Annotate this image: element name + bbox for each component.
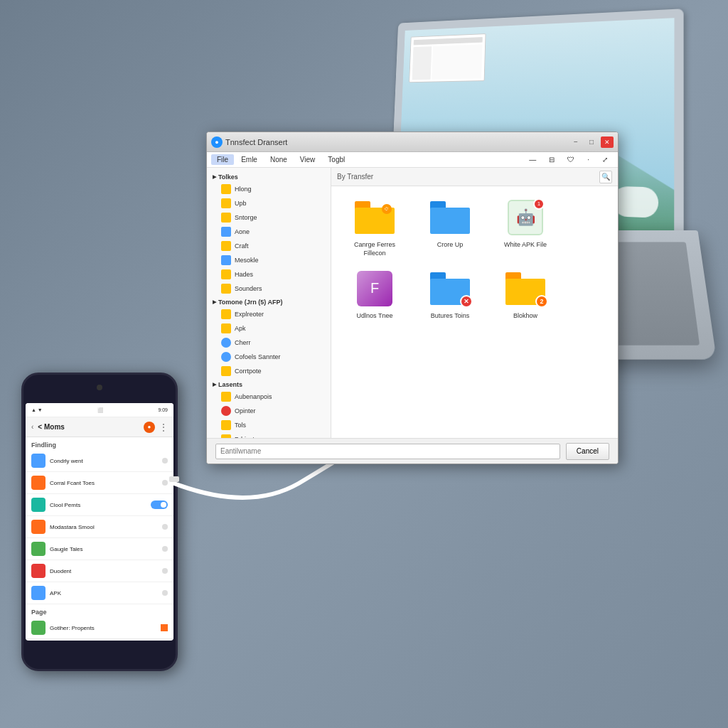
folder-icon — [221, 255, 231, 265]
dialog-maximize-button[interactable]: □ — [585, 136, 598, 148]
sidebar-item-aone[interactable]: Aone — [207, 225, 331, 239]
number-badge: 2 — [535, 295, 548, 308]
dot-icon — [221, 338, 231, 348]
sidebar-item-corrtpote[interactable]: Corrtpote — [207, 364, 331, 378]
sidebar-item-upb[interactable]: Upb — [207, 196, 331, 210]
item-toggle-dot[interactable] — [162, 458, 168, 464]
apk-icon: 🤖 — [516, 208, 535, 227]
sidebar-item-hlong[interactable]: Hlong — [207, 182, 331, 196]
item-label: Corral Fcant Toes — [50, 480, 158, 486]
item-icon-red — [31, 564, 46, 578]
item-icon-orange — [31, 476, 46, 490]
phone-menu-icon[interactable]: ⋮ — [159, 422, 168, 432]
phone-navbar[interactable]: ‹ < Moms ● ⋮ — [26, 417, 173, 437]
sidebar-item-cherr[interactable]: Cherr — [207, 336, 331, 350]
dialog-files-grid: ⏱ Canrge Ferres Fillecon Crore Up — [331, 186, 618, 438]
sidebar-section2-header: Tomone (Jrn (5) AFP) — [207, 296, 331, 307]
list-item[interactable]: Condrly went — [26, 450, 173, 472]
file-item-crore[interactable]: Crore Up — [418, 198, 482, 257]
file-item-butures[interactable]: ✕ Butures Toins — [418, 269, 482, 321]
sidebar-item-label: Hades — [235, 271, 253, 278]
sidebar-item-label: Craft — [235, 242, 249, 250]
folder-icon — [221, 227, 231, 237]
sidebar-item-label: Cherr — [235, 339, 251, 346]
folder-icon — [221, 198, 231, 208]
list-item[interactable]: Modastara Smool — [26, 516, 173, 538]
sidebar-item-tols[interactable]: Tols — [207, 418, 331, 432]
item-icon-green2 — [31, 621, 46, 635]
cancel-button[interactable]: Cancel — [566, 443, 609, 460]
list-item[interactable]: Gotlher: Propents — [26, 617, 173, 639]
folder-icon — [221, 309, 231, 319]
folder-icon — [221, 420, 231, 430]
item-toggle-dot[interactable] — [162, 480, 168, 486]
item-toggle-dot[interactable] — [162, 524, 168, 530]
sidebar-item-label: Apk — [235, 325, 246, 332]
sidebar-item-label: Sounders — [235, 285, 262, 292]
menu-item-dash1: — — [523, 154, 542, 165]
sidebar-item-craft[interactable]: Craft — [207, 239, 331, 253]
dialog-minimize-button[interactable]: − — [569, 136, 582, 148]
list-item[interactable]: Gaugle Tales — [26, 538, 173, 560]
filename-input[interactable] — [215, 444, 560, 459]
phone-screen: ▲ ▼ ⬜ 9:09 ‹ < Moms ● ⋮ Findling Condrly… — [26, 403, 173, 641]
item-icon-teal — [31, 498, 46, 512]
file-item-apk[interactable]: 🤖 1 White APK File — [493, 198, 557, 257]
sidebar-item-mesokle[interactable]: Mesokle — [207, 253, 331, 267]
menu-item-none[interactable]: None — [264, 154, 293, 165]
item-toggle-dot[interactable] — [162, 546, 168, 552]
sidebar-item-sntorge[interactable]: Sntorge — [207, 210, 331, 225]
file-icon — [429, 198, 471, 237]
sidebar-item-explreoter[interactable]: Explreoter — [207, 307, 331, 321]
sidebar-item-label: Cofoels Sannter — [235, 353, 281, 360]
item-toggle-switch[interactable] — [151, 500, 168, 509]
file-item-blokhow[interactable]: 2 Blokhow — [493, 269, 557, 321]
item-icon-blue2 — [31, 586, 46, 600]
file-item-canrge[interactable]: ⏱ Canrge Ferres Fillecon — [343, 198, 407, 257]
list-item[interactable]: Duodent — [26, 560, 173, 582]
file-icon: ⏱ — [353, 198, 396, 237]
list-item[interactable]: APK — [26, 582, 173, 604]
sidebar-item-cofoels[interactable]: Cofoels Sannter — [207, 350, 331, 364]
dialog-main-area: By Transfer 🔍 ⏱ Canrge Ferres Fillecon — [331, 168, 618, 438]
special-file-icon: F — [357, 271, 392, 306]
folder-icon — [221, 269, 231, 279]
list-item[interactable]: Corral Fcant Toes — [26, 472, 173, 494]
sidebar-item-label: Hlong — [235, 186, 252, 193]
item-toggle-dot[interactable] — [162, 590, 168, 596]
sidebar-item-label: Corrtpote — [235, 368, 262, 375]
menu-item-emle[interactable]: Emle — [235, 154, 263, 165]
dialog-sidebar: Tolkes Hlong Upb Sntorge Aone Craft — [207, 168, 331, 438]
cloud-icon — [612, 186, 658, 218]
dialog-close-button[interactable]: ✕ — [601, 136, 614, 148]
menu-item-togbl[interactable]: Togbl — [322, 154, 350, 165]
sidebar-item-apk[interactable]: Apk — [207, 321, 331, 336]
menu-item-shield[interactable]: 🛡 — [562, 154, 580, 165]
item-toggle-dot[interactable] — [162, 568, 168, 574]
sidebar-item-opinter[interactable]: Opinter — [207, 404, 331, 418]
list-item[interactable]: Clool Pemts — [26, 494, 173, 516]
sidebar-item-sounders[interactable]: Sounders — [207, 282, 331, 296]
sidebar-item-hades[interactable]: Hades — [207, 267, 331, 282]
clock-badge: ⏱ — [382, 204, 392, 214]
dialog-titlebar: ● Tnnsfect Dransert − □ ✕ — [207, 132, 618, 152]
dialog-search-button[interactable]: 🔍 — [599, 171, 612, 183]
phone-signal-icon: ▲ ▼ — [31, 407, 43, 412]
sidebar-item-bdrjcat[interactable]: Bdrjcat — [207, 432, 331, 438]
dialog-path-bar: By Transfer 🔍 — [331, 168, 618, 186]
phone-section2-header: Page — [26, 604, 173, 617]
phone-nav-orange-button[interactable]: ● — [144, 422, 155, 433]
file-name: Udlnos Tnee — [357, 312, 393, 321]
sidebar-item-label: Opinter — [235, 407, 256, 414]
menu-item-dash3: · — [582, 154, 595, 165]
menu-item-file[interactable]: File — [211, 154, 234, 165]
item-icon-blue — [31, 454, 46, 468]
menu-item-expand[interactable]: ⤢ — [596, 154, 614, 165]
file-name: Crore Up — [437, 241, 464, 250]
file-item-udlnos[interactable]: F Udlnos Tnee — [343, 269, 407, 321]
x-badge: ✕ — [460, 295, 473, 308]
sidebar-item-auben[interactable]: Aubenanpois — [207, 390, 331, 404]
menu-item-view[interactable]: View — [294, 154, 321, 165]
dot-icon — [221, 352, 231, 362]
phone-back-button[interactable]: ‹ — [31, 423, 33, 431]
